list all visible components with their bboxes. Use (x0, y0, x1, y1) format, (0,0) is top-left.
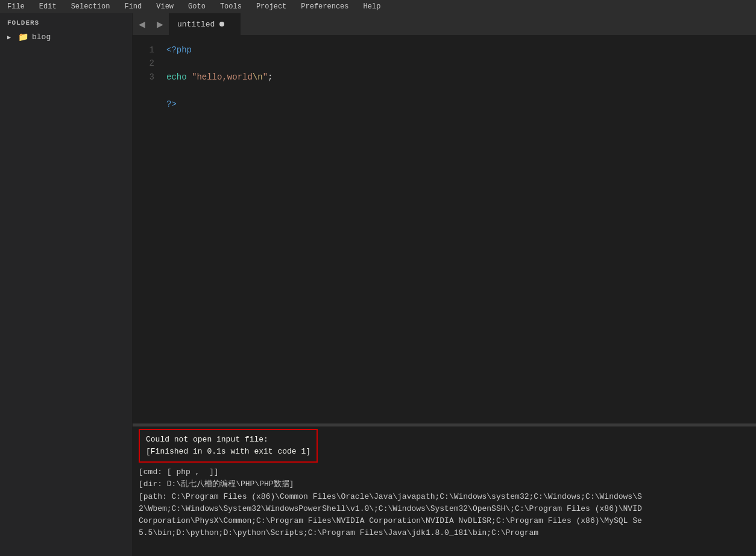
line-num-2: 2 (133, 57, 154, 70)
error-box: Could not open input file: [Finished in … (139, 429, 318, 463)
sidebar: FOLDERS ▶ 📁 blog (0, 13, 133, 556)
menu-item-selection[interactable]: Selection (69, 1, 113, 12)
terminal-line-dir: [dir: D:\乱七八槽的编程\PHP\PHP数据] (139, 478, 750, 490)
sidebar-header: FOLDERS (0, 13, 132, 30)
tab-nav-prev[interactable]: ◀ (133, 13, 151, 35)
folder-name: blog (32, 33, 51, 42)
terminal-panel: Could not open input file: [Finished in … (133, 423, 756, 556)
sidebar-item-blog[interactable]: ▶ 📁 blog (0, 30, 132, 44)
code-line-2: echo "hello,world\n"; (166, 70, 756, 84)
menu-item-edit[interactable]: Edit (37, 1, 59, 12)
menu-item-goto[interactable]: Goto (186, 1, 208, 12)
code-editor[interactable]: <?php echo "hello,world\n"; ?> (162, 35, 756, 423)
terminal-line-cmd: [cmd: [ php , ]] (139, 466, 750, 478)
menu-item-tools[interactable]: Tools (218, 1, 244, 12)
error-line-2: [Finished in 0.1s with exit code 1] (146, 446, 310, 458)
menu-item-help[interactable]: Help (361, 1, 383, 12)
editor-area: ◀ ▶ untitled 1 2 3 <?php echo "hello,wor… (133, 13, 756, 556)
terminal-line-path2: 2\Wbem;C:\Windows\System32\WindowsPowerS… (139, 503, 750, 515)
code-line-1: <?php (166, 43, 756, 57)
error-line-1: Could not open input file: (146, 434, 310, 446)
main-layout: FOLDERS ▶ 📁 blog ◀ ▶ untitled 1 2 3 <?ph… (0, 13, 756, 556)
terminal-content: Could not open input file: [Finished in … (133, 424, 756, 556)
terminal-scrollbar[interactable] (133, 424, 756, 426)
tab-modified-dot (219, 22, 224, 27)
collapse-arrow-icon: ▶ (7, 34, 14, 41)
menu-item-project[interactable]: Project (254, 1, 289, 12)
terminal-line-path4: 5.5\bin;D:\python;D:\python\Scripts;C:\P… (139, 527, 750, 539)
tab-label: untitled (177, 20, 215, 29)
line-num-3: 3 (133, 70, 154, 84)
line-num-1: 1 (133, 43, 154, 57)
menu-item-file[interactable]: File (5, 1, 27, 12)
menu-bar: FileEditSelectionFindViewGotoToolsProjec… (0, 0, 756, 13)
terminal-line-path1: [path: C:\Program Files (x86)\Common Fil… (139, 491, 750, 503)
editor-content[interactable]: 1 2 3 <?php echo "hello,world\n"; ?> (133, 35, 756, 423)
tab-untitled[interactable]: untitled (169, 13, 241, 35)
code-line-3: ?> (166, 98, 756, 111)
menu-item-view[interactable]: View (154, 1, 176, 12)
folder-icon: 📁 (18, 32, 28, 42)
tab-nav-next[interactable]: ▶ (151, 13, 169, 35)
menu-item-preferences[interactable]: Preferences (298, 1, 351, 12)
terminal-line-path3: Corporation\PhysX\Common;C:\Program File… (139, 515, 750, 527)
tab-bar: ◀ ▶ untitled (133, 13, 756, 35)
menu-item-find[interactable]: Find (122, 1, 144, 12)
line-numbers: 1 2 3 (133, 35, 162, 423)
